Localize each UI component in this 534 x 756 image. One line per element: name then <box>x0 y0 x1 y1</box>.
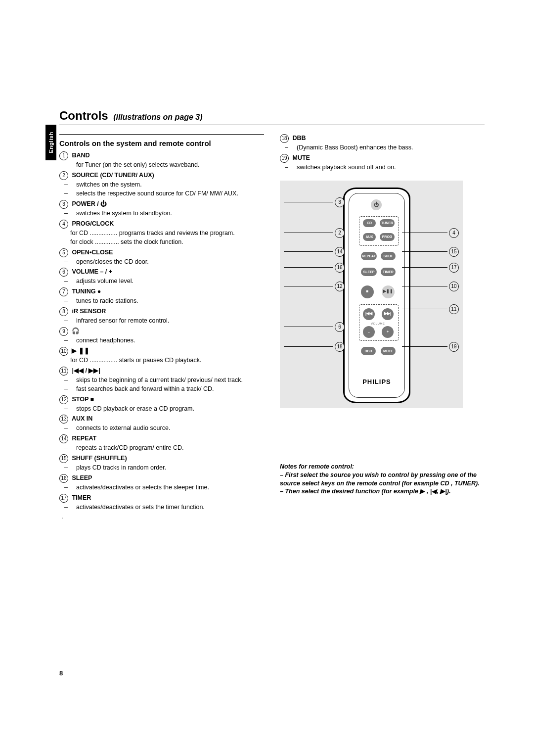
vol-up-button: + <box>382 326 394 338</box>
callout-19: 19 <box>402 342 459 352</box>
control-sub: –infrared sensor for remote control. <box>70 317 264 325</box>
circled-number: 5 <box>59 248 68 257</box>
control-glyph: ⏻ <box>99 200 107 207</box>
control-label: SHUFF (SHUFFLE) <box>70 455 127 462</box>
control-item-7: 7 TUNING ●–tunes to radio stations. <box>59 287 264 305</box>
callout-number: 12 <box>335 282 345 291</box>
callout-15: 15 <box>402 247 459 257</box>
timer-button: TIMER <box>381 268 396 276</box>
callout-11: 11 <box>402 304 459 314</box>
circled-number: 10 <box>59 347 68 356</box>
shuf-button: SHUF <box>381 252 396 260</box>
callout-18: 18 <box>284 342 345 352</box>
callout-14: 14 <box>284 247 345 257</box>
control-glyph: ■ <box>89 396 94 403</box>
control-item-11: 11 |◀◀ / ▶▶|–skips to the beginning of a… <box>59 367 264 393</box>
control-label: BAND <box>70 152 90 159</box>
control-label: AUX IN <box>70 416 92 423</box>
callout-line <box>284 327 333 327</box>
control-item-head: 1 BAND <box>59 151 264 160</box>
circled-number: 19 <box>280 154 289 163</box>
circled-number: 6 <box>59 268 68 277</box>
page-subtitle: (illustrations on page 3) <box>113 113 202 121</box>
notes-line2: – Then select the desired function (for … <box>280 487 485 496</box>
control-item-head: 15 SHUFF (SHUFFLE) <box>59 454 264 463</box>
control-item-5: 5 OPEN•CLOSE–opens/closes the CD door. <box>59 248 264 266</box>
callout-12: 12 <box>284 282 345 291</box>
control-label: PROG/CLOCK <box>70 220 114 227</box>
sleep-button: SLEEP <box>361 268 377 276</box>
control-item-head: 6 VOLUME – / + <box>59 268 264 277</box>
circled-number: 18 <box>280 134 289 143</box>
control-sub: –adjusts volume level. <box>70 277 264 285</box>
circled-number: 13 <box>59 415 68 424</box>
callout-3: 3 <box>284 197 345 207</box>
control-label: SOURCE (CD/ TUNER/ AUX) <box>70 172 154 179</box>
stop-button: ■ <box>361 285 374 298</box>
tuner-button: TUNER <box>380 219 395 227</box>
control-glyph: ▶ ❚❚ <box>70 347 89 354</box>
control-item-19: 19 MUTE–switches playback sound off and … <box>280 154 485 172</box>
control-item-head: 16 SLEEP <box>59 474 264 483</box>
control-item-10: 10 ▶ ❚❚for CD ................ starts or… <box>59 347 264 365</box>
control-item-head: 5 OPEN•CLOSE <box>59 248 264 257</box>
callout-line <box>284 286 333 286</box>
aux-button: AUX <box>363 233 376 241</box>
control-label: POWER / <box>70 200 99 207</box>
callout-line <box>284 346 333 347</box>
circled-number: 3 <box>59 200 68 209</box>
control-def: for clock .............. sets the clock … <box>70 238 264 246</box>
callout-number: 19 <box>449 342 459 352</box>
callout-number: 4 <box>449 228 459 238</box>
control-label: VOLUME – / + <box>70 269 112 276</box>
notes-line1: – First select the source you wish to co… <box>280 471 485 488</box>
circled-number: 11 <box>59 367 68 376</box>
prog-button: PROG <box>380 233 395 241</box>
control-glyph: ● <box>95 288 101 295</box>
callout-line <box>284 202 333 202</box>
circled-number: 15 <box>59 454 68 463</box>
control-sub: –for Tuner (on the set only) selects wav… <box>70 161 264 169</box>
callout-17: 17 <box>402 263 459 273</box>
control-item-2: 2 SOURCE (CD/ TUNER/ AUX)–switches on th… <box>59 171 264 198</box>
callout-line <box>402 251 447 252</box>
control-def: for CD ................ programs tracks … <box>70 229 264 237</box>
circled-number: 1 <box>59 151 68 160</box>
callout-line <box>402 309 447 309</box>
control-item-head: 12 STOP ■ <box>59 395 264 404</box>
seek-back-button: |◀◀ <box>363 308 375 320</box>
callout-number: 10 <box>449 282 459 291</box>
callout-number: 11 <box>449 304 459 314</box>
control-sub: –switches playback sound off and on. <box>291 163 485 172</box>
callout-number: 15 <box>449 247 459 257</box>
control-label: DBB <box>291 135 306 142</box>
control-item-head: 9 🎧 <box>59 327 264 336</box>
title-row: Controls (illustrations on page 3) <box>59 109 485 125</box>
callout-number: 3 <box>335 197 345 207</box>
circled-number: 12 <box>59 395 68 404</box>
control-item-15: 15 SHUFF (SHUFFLE)–plays CD tracks in ra… <box>59 454 264 472</box>
callout-16: 16 <box>284 263 345 273</box>
callout-4: 4 <box>402 228 459 238</box>
callout-line <box>402 233 447 233</box>
control-sub: –tunes to radio stations. <box>70 297 264 305</box>
control-label: iR SENSOR <box>70 308 106 315</box>
circled-number: 2 <box>59 171 68 180</box>
control-item-head: 8 iR SENSOR <box>59 307 264 316</box>
control-sub: –(Dynamic Bass Boost) enhances the bass. <box>291 143 485 152</box>
circled-number: 4 <box>59 220 68 229</box>
brand-label: PHILIPS <box>349 378 404 386</box>
control-label: MUTE <box>291 154 310 161</box>
control-label: REPEAT <box>70 435 96 442</box>
power-button: ⏻ <box>371 199 382 210</box>
callout-line <box>402 267 447 268</box>
control-sub: –plays CD tracks in random order. <box>70 464 264 472</box>
control-item-8: 8 iR SENSOR–infrared sensor for remote c… <box>59 307 264 325</box>
page-number: 8 <box>59 669 63 677</box>
callout-6: 6 <box>284 322 345 332</box>
control-item-head: 7 TUNING ● <box>59 287 264 296</box>
control-item-9: 9 🎧–connect headphones. <box>59 327 264 345</box>
control-item-head: 19 MUTE <box>280 154 485 163</box>
control-def: for CD ................ starts or pauses… <box>70 356 264 365</box>
page-title: Controls <box>59 109 108 122</box>
